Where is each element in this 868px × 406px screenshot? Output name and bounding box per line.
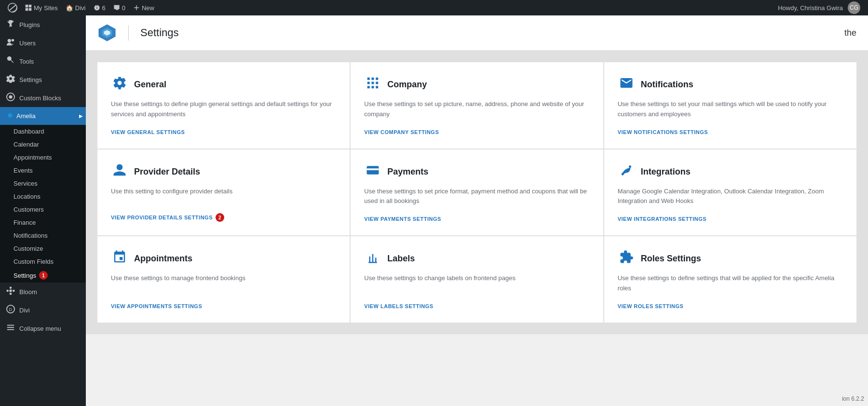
collapse-icon (6, 323, 15, 334)
bloom-label: Bloom (19, 288, 37, 296)
sidebar-sub-finance[interactable]: Finance (0, 216, 86, 229)
mail-icon (618, 76, 635, 94)
grid-icon (364, 76, 381, 94)
card-link-general[interactable]: VIEW GENERAL SETTINGS (111, 129, 336, 135)
new-menu[interactable]: New (129, 0, 158, 15)
page-title: Settings (140, 27, 179, 39)
sidebar-sub-services[interactable]: Services (0, 177, 86, 190)
svg-rect-0 (26, 5, 28, 8)
bloom-icon (6, 286, 15, 297)
header-divider (128, 25, 129, 41)
events-label: Events (14, 167, 33, 174)
settings-icon (6, 74, 15, 85)
settings-label: Settings (19, 76, 42, 83)
svg-rect-19 (7, 329, 14, 330)
person-icon (111, 163, 128, 181)
custom-fields-label: Custom Fields (14, 258, 54, 265)
sidebar-item-amelia[interactable]: Amelia (0, 107, 86, 125)
plugins-label: Plugins (19, 21, 40, 28)
sidebar-sub-settings[interactable]: Settings 1 (0, 268, 86, 283)
card-link-notifications[interactable]: VIEW NOTIFICATIONS SETTINGS (618, 129, 843, 135)
admin-bar-right: Howdy, Christina Gwira CG (778, 1, 864, 14)
settings-card-labels: Labels Use these settings to change labe… (351, 236, 603, 323)
sidebar-sub-dashboard[interactable]: Dashboard (0, 125, 86, 138)
custom-blocks-label: Custom Blocks (19, 95, 61, 102)
settings-grid: General Use these settings to define plu… (86, 51, 868, 334)
amelia-submenu: Dashboard Calendar Appointments Events S… (0, 125, 86, 283)
card-desc-labels: Use these settings to change labels on f… (364, 273, 589, 294)
sidebar-collapse-menu[interactable]: Collapse menu (0, 319, 86, 338)
updates-count: 6 (102, 4, 106, 12)
sidebar-sub-locations[interactable]: Locations (0, 190, 86, 203)
amelia-logo-icon (97, 23, 117, 42)
updates-menu[interactable]: 6 (90, 0, 109, 15)
sidebar-item-bloom[interactable]: Bloom (0, 283, 86, 301)
svg-rect-2 (26, 8, 28, 11)
divi-sidebar-icon: D (6, 305, 15, 315)
plugins-icon (6, 19, 15, 30)
card-title-integrations: Integrations (641, 167, 691, 177)
user-avatar[interactable]: CG (848, 1, 860, 14)
my-sites-menu[interactable]: My Sites (21, 0, 62, 15)
svg-rect-1 (29, 5, 32, 8)
card-link-provider[interactable]: VIEW PROVIDER DETAILS SETTINGS2 (111, 213, 336, 222)
svg-text:D: D (9, 307, 12, 312)
sidebar-sub-calendar[interactable]: Calendar (0, 138, 86, 151)
settings-card-general: General Use these settings to define plu… (97, 62, 350, 149)
card-link-labels[interactable]: VIEW LABELS SETTINGS (364, 303, 589, 309)
sidebar-item-users[interactable]: Users (0, 34, 86, 52)
sidebar-item-settings[interactable]: Settings (0, 70, 86, 89)
card-desc-provider: Use this setting to configure provider d… (111, 187, 336, 204)
card-title-appointments: Appointments (134, 254, 192, 264)
card-title-roles: Roles Settings (641, 254, 701, 264)
card-title-labels: Labels (387, 254, 415, 264)
sidebar-item-tools[interactable]: Tools (0, 52, 86, 70)
amelia-label: Amelia (16, 112, 36, 120)
calendar-icon (111, 250, 128, 268)
card-desc-integrations: Manage Google Calendar Integration, Outl… (618, 187, 843, 207)
custom-blocks-icon (6, 93, 15, 103)
card-link-roles[interactable]: VIEW ROLES SETTINGS (618, 303, 843, 309)
settings-card-company: Company Use these settings to set up pic… (351, 62, 603, 149)
card-header-labels: Labels (364, 250, 589, 268)
divi-menu[interactable]: 🏠 Divi (62, 0, 90, 15)
card-link-appointments[interactable]: VIEW APPOINTMENTS SETTINGS (111, 303, 336, 309)
card-link-integrations[interactable]: VIEW INTEGRATIONS SETTINGS (618, 216, 843, 222)
svg-point-10 (9, 289, 12, 292)
header-the-text: the (844, 28, 856, 38)
sidebar-sub-customize[interactable]: Customize (0, 242, 86, 255)
card-header-appointments: Appointments (111, 250, 336, 268)
new-label: New (142, 4, 154, 12)
card-title-general: General (134, 80, 166, 90)
svg-point-25 (629, 165, 631, 168)
comments-menu[interactable]: 0 (109, 0, 129, 15)
sidebar-item-divi[interactable]: D Divi (0, 301, 86, 319)
sidebar-sub-appointments[interactable]: Appointments (0, 151, 86, 164)
svg-rect-18 (7, 327, 14, 328)
gear-icon (111, 76, 128, 94)
sidebar-sub-events[interactable]: Events (0, 164, 86, 177)
svg-point-26 (622, 173, 624, 175)
sidebar-sub-custom-fields[interactable]: Custom Fields (0, 255, 86, 268)
sidebar-item-custom-blocks[interactable]: Custom Blocks (0, 89, 86, 107)
svg-point-13 (6, 290, 9, 292)
sidebar-item-plugins[interactable]: Plugins (0, 15, 86, 34)
users-icon (6, 38, 15, 48)
settings-card-integrations: Integrations Manage Google Calendar Inte… (604, 149, 856, 236)
card-header-provider: Provider Details (111, 163, 336, 181)
sidebar-sub-notifications[interactable]: Notifications (0, 229, 86, 242)
card-link-company[interactable]: VIEW COMPANY SETTINGS (364, 129, 589, 135)
wp-logo[interactable] (4, 0, 21, 15)
version-note: ion 6.2.2 (842, 395, 864, 402)
dashboard-label: Dashboard (14, 128, 44, 135)
card-link-payments[interactable]: VIEW PAYMENTS SETTINGS (364, 216, 589, 222)
card-desc-company: Use these settings to set up picture, na… (364, 99, 589, 120)
settings-sub-label: Settings (14, 272, 36, 279)
svg-point-11 (10, 286, 12, 289)
svg-point-4 (8, 39, 11, 42)
sidebar: Plugins Users Tools Settings Custom Bloc… (0, 15, 86, 406)
main-content: Settings the General Use these settings … (86, 15, 868, 406)
tools-icon (6, 56, 15, 67)
svg-point-7 (9, 95, 12, 98)
sidebar-sub-customers[interactable]: Customers (0, 203, 86, 216)
